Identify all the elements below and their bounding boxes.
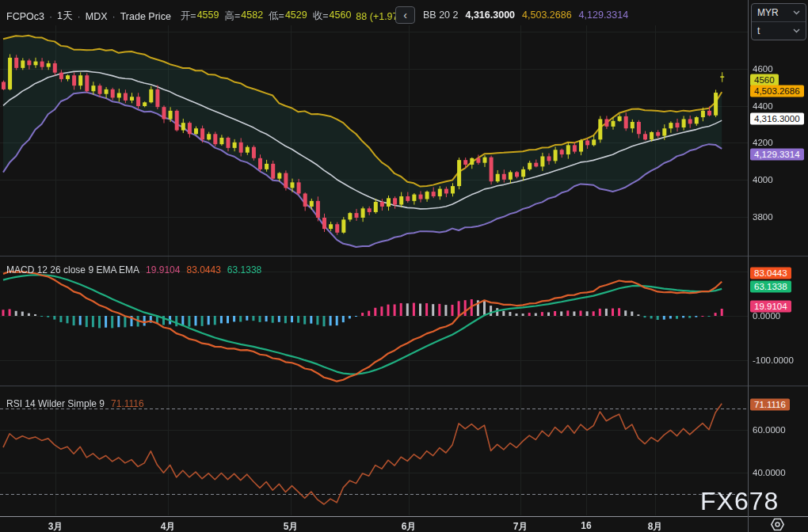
unit-select[interactable]: t — [752, 21, 806, 40]
time-axis-label: 8月 — [648, 520, 663, 532]
chevron-down-icon — [793, 28, 800, 33]
ohlc-value: 4560 — [330, 10, 352, 23]
macd-line-value: 83.0443 — [186, 264, 220, 276]
bb-lower-value: 4,129.3314 — [579, 10, 629, 21]
time-axis-label: 7月 — [513, 520, 528, 532]
ohlc-label: 低= — [269, 10, 284, 23]
time-axis-label: 6月 — [402, 520, 417, 532]
price-tick-label: 4200 — [753, 138, 773, 147]
separator-dot: · — [78, 11, 81, 22]
exchange-name: MDX — [86, 11, 108, 22]
separator-dot: · — [49, 11, 52, 22]
ohlc-pair: 收=4560 — [313, 10, 352, 23]
settings-gear-icon[interactable] — [770, 518, 785, 532]
time-axis-label: 3月 — [48, 520, 63, 532]
bb-basis-value: 4,316.3000 — [465, 10, 515, 21]
ohlc-label: 收= — [313, 10, 329, 23]
price-badge: 83.0443 — [750, 268, 791, 279]
series-type: Trade Price — [120, 11, 171, 22]
price-tick-label: 4000 — [753, 175, 773, 184]
currency-value: MYR — [757, 7, 779, 18]
ohlc-pair: 开=4559 — [181, 10, 219, 23]
ohlc-values: 开=4559高=4582低=4529收=4560 — [181, 10, 352, 23]
time-axis-label: 16 — [581, 520, 591, 531]
price-tick-label: 4600 — [753, 64, 773, 74]
macd-hist-value: 19.9104 — [146, 264, 180, 276]
price-badge: 19.9104 — [750, 301, 791, 313]
price-badge: 4,129.3314 — [750, 149, 804, 161]
price-badge: 4,316.3000 — [750, 113, 804, 125]
price-tick-label: 0.0000 — [753, 311, 780, 321]
ohlc-pair: 高=4582 — [224, 10, 263, 23]
price-badge: 4560 — [750, 74, 779, 86]
bb-upper-value: 4,503.2686 — [522, 10, 572, 21]
time-axis-label: 5月 — [284, 520, 299, 532]
price-tick-label: 40.0000 — [753, 468, 786, 477]
ohlc-label: 开= — [181, 10, 196, 23]
collapse-panel-button[interactable]: ‹ — [395, 6, 415, 24]
price-badge: 71.1116 — [750, 399, 790, 411]
collapse-chevron-icon: ‹ — [403, 9, 407, 21]
ohlc-value: 4529 — [285, 10, 307, 23]
price-badge: 4,503.2686 — [750, 86, 804, 97]
rsi-value: 71.1116 — [111, 398, 144, 409]
interval-value[interactable]: 1天 — [57, 10, 72, 23]
macd-signal-value: 63.1338 — [227, 264, 261, 276]
separator-dot: · — [112, 11, 116, 22]
macd-title: MACD 12 26 close 9 EMA EMA — [6, 264, 139, 276]
ohlc-label: 高= — [224, 10, 240, 23]
bb-indicator-legend: BB 20 2 4,316.3000 4,503.2686 4,129.3314 — [423, 10, 628, 21]
currency-select[interactable]: MYR — [752, 4, 806, 21]
watermark-logo: FX678 — [700, 487, 779, 516]
price-tick-label: -100.0000 — [753, 355, 794, 365]
chevron-down-icon — [793, 10, 800, 15]
trading-chart-window: FCPOc3 · 1天 · MDX · Trade Price 开=4559高=… — [0, 0, 808, 532]
ohlc-pair: 低=4529 — [269, 10, 307, 23]
rsi-title: RSI 14 Wilder Simple 9 — [6, 398, 105, 409]
macd-indicator-legend: MACD 12 26 close 9 EMA EMA 19.9104 83.04… — [6, 264, 261, 276]
bb-title: BB 20 2 — [423, 10, 458, 21]
unit-value: t — [757, 25, 760, 36]
currency-unit-box: MYR t — [751, 3, 806, 40]
symbol-name[interactable]: FCPOc3 — [6, 11, 44, 22]
time-axis-label: 4月 — [161, 520, 176, 532]
symbol-info-bar: FCPOc3 · 1天 · MDX · Trade Price 开=4559高=… — [6, 10, 410, 23]
price-badge: 63.1338 — [750, 281, 791, 293]
price-tick-label: 60.0000 — [753, 425, 786, 435]
price-tick-label: 4400 — [753, 101, 773, 111]
rsi-indicator-legend: RSI 14 Wilder Simple 9 71.1116 — [6, 398, 144, 409]
price-tick-label: 3800 — [753, 212, 773, 222]
ohlc-value: 4582 — [241, 10, 263, 23]
ohlc-value: 4559 — [197, 10, 219, 23]
